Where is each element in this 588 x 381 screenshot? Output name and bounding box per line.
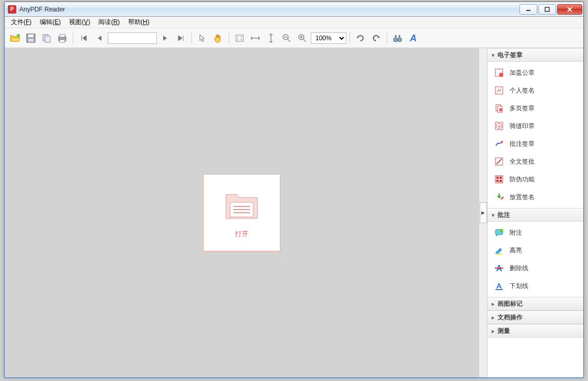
panel-title: 电子签章 [497, 51, 523, 60]
open-file-button[interactable] [8, 31, 22, 45]
fit-page-button[interactable] [232, 31, 247, 45]
toolbar: 100% A [5, 28, 583, 48]
sidebar-item-strikethrough[interactable]: A 删除线 [488, 259, 583, 277]
fit-width-icon [250, 34, 261, 42]
save-icon [26, 33, 36, 43]
save-button[interactable] [24, 31, 38, 45]
svg-text:★: ★ [497, 124, 501, 128]
svg-rect-10 [60, 40, 65, 42]
sidebar-item-multipage-sign[interactable]: 多页签章 [488, 99, 583, 117]
sidebar-item-underline[interactable]: A 下划线 [488, 277, 583, 295]
menu-help[interactable]: 帮助(H) [124, 17, 154, 28]
open-card-label: 打开 [235, 229, 248, 239]
copy-button[interactable] [39, 31, 54, 45]
close-button[interactable] [557, 4, 582, 15]
sidebar-item-label: 批注签章 [510, 140, 535, 148]
fulltext-icon [494, 156, 504, 167]
sidebar-item-label: 附注 [510, 228, 522, 237]
toolbar-separator [349, 32, 350, 44]
toolbar-separator [387, 32, 387, 44]
first-page-button[interactable] [76, 31, 91, 45]
sidebar-item-fulltext-sign[interactable]: 全文签批 [488, 153, 583, 170]
multipage-icon [494, 103, 504, 113]
rotate-ccw-button[interactable] [353, 31, 368, 45]
toolbar-separator [73, 32, 73, 44]
window-controls [519, 4, 583, 15]
open-file-card[interactable]: 打开 [203, 174, 280, 251]
next-page-button[interactable] [158, 31, 173, 45]
sidebar-item-label: 放置签名 [510, 193, 535, 202]
rotate-cw-button[interactable] [369, 31, 383, 45]
last-page-button[interactable] [174, 31, 188, 45]
panel-head-drawing[interactable]: ▸ 画图标记 [488, 297, 583, 310]
sidebar-item-official-seal[interactable]: 加盖公章 [488, 64, 583, 82]
prev-page-button[interactable] [92, 31, 107, 45]
svg-rect-37 [500, 180, 502, 182]
menu-file[interactable]: 文件(F) [7, 17, 36, 28]
sidebar-item-highlight[interactable]: 高亮 [488, 241, 583, 259]
svg-rect-36 [496, 180, 499, 182]
find-button[interactable] [390, 31, 405, 45]
close-icon [567, 7, 572, 12]
hand-icon [213, 33, 223, 43]
panel-head-docops[interactable]: ▸ 文档操作 [488, 310, 583, 324]
sidebar-collapse-strip: ▶ [479, 48, 487, 377]
zoom-in-button[interactable] [295, 31, 310, 45]
panel-title: 画图标记 [497, 299, 523, 308]
fit-width-button[interactable] [248, 31, 263, 45]
panel-head-annot[interactable]: ▾ 批注 [488, 208, 583, 222]
maximize-button[interactable] [538, 4, 556, 15]
chevron-right-icon: ▸ [492, 301, 494, 307]
text-tool-button[interactable]: A [406, 31, 421, 45]
zoom-out-button[interactable] [279, 31, 294, 45]
anticounterfeit-icon [494, 174, 504, 184]
copy-icon [41, 33, 52, 43]
minimize-button[interactable] [519, 4, 537, 15]
svg-point-28 [499, 108, 502, 111]
svg-point-14 [393, 38, 398, 42]
print-button[interactable] [55, 31, 70, 45]
zoom-in-icon [298, 33, 307, 43]
titlebar: P AnyPDF Reader [5, 2, 583, 17]
zoom-select[interactable]: 100% [311, 32, 346, 44]
menu-edit[interactable]: 编辑(E) [36, 17, 65, 28]
sidebar-toggle-button[interactable]: ▶ [480, 202, 487, 223]
note-icon [494, 227, 504, 238]
fit-height-button[interactable] [264, 31, 278, 45]
hand-tool-button[interactable] [211, 31, 225, 45]
menu-read[interactable]: 阅读(R) [94, 17, 124, 28]
svg-rect-16 [395, 35, 397, 38]
svg-rect-34 [496, 177, 499, 179]
svg-text:A: A [410, 33, 417, 43]
workspace: 打开 ▶ ▾ 电子签章 加盖公章 个人签名 [5, 48, 583, 377]
place-sign-icon [494, 192, 504, 202]
sidebar-item-label: 防伪功能 [510, 175, 535, 184]
sidebar-item-anticounterfeit[interactable]: 防伪功能 [488, 170, 583, 188]
select-tool-button[interactable] [195, 31, 210, 45]
last-page-icon [177, 34, 185, 42]
document-canvas: 打开 [5, 48, 479, 377]
sidebar-item-label: 个人签名 [510, 86, 535, 95]
menu-view[interactable]: 视图(V) [65, 17, 94, 28]
chevron-down-icon: ▾ [492, 52, 494, 58]
maximize-icon [545, 7, 550, 12]
binoculars-icon [393, 33, 402, 43]
sidebar-item-note[interactable]: 附注 [488, 224, 583, 241]
fit-icon [235, 34, 244, 42]
sidebar-item-label: 全文签批 [510, 157, 535, 166]
app-icon: P [8, 5, 16, 14]
panel-head-measure[interactable]: ▸ 测量 [488, 324, 583, 338]
straddle-icon: ★ [494, 121, 504, 131]
panel-head-esign[interactable]: ▾ 电子签章 [488, 48, 583, 62]
panel-body-annot: 附注 高亮 A 删除线 A 下划线 [488, 222, 583, 297]
svg-rect-9 [60, 34, 65, 37]
sidebar-item-straddle-seal[interactable]: ★ 骑缝印章 [488, 117, 583, 135]
sidebar-item-label: 加盖公章 [510, 68, 535, 77]
sidebar-item-personal-sign[interactable]: 个人签名 [488, 82, 583, 99]
sidebar-item-place-sign[interactable]: 放置签名 [488, 188, 583, 206]
sidebar-item-annot-sign[interactable]: 批注签章 [488, 135, 583, 153]
sign-icon [494, 85, 504, 96]
page-number-input[interactable] [108, 32, 157, 44]
underline-icon: A [494, 281, 504, 291]
svg-rect-17 [399, 35, 400, 38]
